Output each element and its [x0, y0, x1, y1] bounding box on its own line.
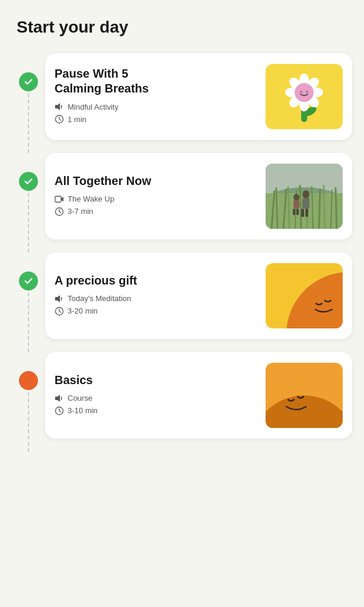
svg-rect-40: [296, 209, 299, 215]
card-duration-3: 3-20 min: [55, 306, 258, 316]
connector-line-3: [28, 293, 29, 352]
clock-icon-4: [55, 406, 64, 416]
svg-rect-16: [55, 196, 61, 202]
svg-rect-45: [55, 397, 58, 400]
connector-line-2: [28, 193, 29, 253]
basics-illustration: [266, 363, 343, 428]
clock-icon-2: [55, 207, 64, 216]
svg-point-37: [293, 194, 299, 201]
svg-rect-38: [293, 200, 299, 209]
card-image-sun: [266, 263, 343, 328]
card-image-flower: [266, 64, 343, 129]
timeline-item-1[interactable]: Pause With 5 Calming Breaths Mindful Act…: [12, 53, 352, 153]
svg-point-33: [302, 190, 309, 199]
card-title-1: Pause With 5 Calming Breaths: [55, 66, 258, 96]
current-indicator-4: [19, 371, 38, 390]
connector-line-4: [28, 392, 29, 452]
nature-scene: [266, 164, 343, 229]
svg-point-14: [300, 90, 302, 93]
svg-rect-35: [301, 209, 304, 217]
connector-line-1: [28, 94, 29, 153]
card-content-2: All Together Now The Wake Up 3-7 min: [55, 174, 266, 219]
card-category-4: Course: [55, 394, 258, 403]
svg-point-15: [306, 90, 308, 93]
card-basics[interactable]: Basics Course 3-10 min: [45, 352, 352, 439]
timeline-item-2[interactable]: All Together Now The Wake Up 3-7 min: [12, 153, 352, 253]
svg-line-29: [319, 189, 320, 229]
volume-icon-3: [55, 294, 64, 304]
page-title: Start your day: [17, 18, 352, 37]
card-image-photo: [266, 164, 343, 229]
card-title-4: Basics: [55, 373, 258, 388]
card-title-2: All Together Now: [55, 174, 258, 189]
sun-illustration: [266, 263, 343, 328]
svg-line-32: [336, 187, 337, 229]
card-all-together-now[interactable]: All Together Now The Wake Up 3-7 min: [45, 153, 352, 239]
completed-indicator-1: [19, 72, 38, 91]
svg-rect-39: [293, 209, 295, 215]
card-content-1: Pause With 5 Calming Breaths Mindful Act…: [55, 66, 266, 127]
card-category-1: Mindful Activity: [55, 102, 258, 111]
card-duration-1: 1 min: [55, 114, 258, 124]
clock-icon-3: [55, 306, 64, 316]
card-title-3: A precious gift: [55, 273, 258, 288]
volume-icon-4: [55, 394, 64, 403]
timeline-item-3[interactable]: A precious gift Today's Meditation: [12, 253, 352, 352]
timeline-item-4[interactable]: Basics Course 3-10 min: [12, 352, 352, 452]
volume-icon-1: [55, 102, 64, 111]
card-precious-gift[interactable]: A precious gift Today's Meditation: [45, 253, 352, 339]
flower-illustration: [277, 69, 331, 125]
svg-point-13: [295, 83, 314, 102]
completed-indicator-3: [19, 271, 38, 290]
completed-indicator-2: [19, 172, 38, 191]
svg-rect-41: [55, 297, 58, 301]
svg-rect-36: [305, 209, 308, 217]
card-category-2: The Wake Up: [55, 194, 258, 204]
card-duration-4: 3-10 min: [55, 406, 258, 416]
card-content-3: A precious gift Today's Meditation: [55, 273, 266, 319]
video-icon-2: [55, 194, 64, 204]
svg-rect-0: [55, 105, 58, 108]
card-duration-2: 3-7 min: [55, 207, 258, 216]
card-content-4: Basics Course 3-10 min: [55, 373, 266, 418]
svg-line-26: [300, 185, 301, 229]
card-category-3: Today's Meditation: [55, 294, 258, 304]
card-image-basics: [266, 363, 343, 428]
svg-rect-34: [302, 198, 309, 209]
card-pause-with-5[interactable]: Pause With 5 Calming Breaths Mindful Act…: [45, 53, 352, 140]
clock-icon-1: [55, 114, 64, 124]
timeline-list: Pause With 5 Calming Breaths Mindful Act…: [12, 53, 352, 452]
